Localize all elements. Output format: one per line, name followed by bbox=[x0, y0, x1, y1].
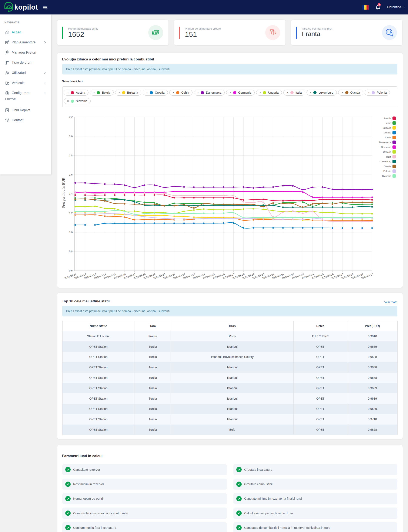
svg-text:Pret per litru in EUR: Pret per litru in EUR bbox=[61, 178, 66, 208]
svg-text:Cehia: Cehia bbox=[385, 136, 391, 139]
svg-text:Belgia: Belgia bbox=[385, 122, 391, 124]
svg-text:Slovenia: Slovenia bbox=[382, 175, 391, 177]
svg-text:Olanda: Olanda bbox=[384, 165, 391, 168]
svg-text:Bulgaria: Bulgaria bbox=[383, 127, 391, 129]
svg-text:Italia: Italia bbox=[386, 155, 391, 158]
svg-text:Ungaria: Ungaria bbox=[383, 151, 391, 153]
svg-text:2.0: 2.0 bbox=[69, 135, 73, 138]
svg-text:1.8: 1.8 bbox=[69, 154, 73, 157]
svg-text:Germania: Germania bbox=[381, 146, 391, 148]
svg-text:0.6: 0.6 bbox=[69, 269, 73, 272]
svg-text:Austria: Austria bbox=[384, 117, 391, 120]
svg-text:Luxemburg: Luxemburg bbox=[380, 160, 391, 163]
svg-text:Croatia: Croatia bbox=[384, 131, 391, 134]
svg-text:0.8: 0.8 bbox=[69, 250, 73, 253]
svg-text:1.0: 1.0 bbox=[69, 231, 73, 234]
svg-text:Danemarca: Danemarca bbox=[379, 141, 391, 144]
svg-text:1.4: 1.4 bbox=[69, 192, 73, 195]
svg-text:Polonia: Polonia bbox=[383, 170, 391, 172]
svg-text:2.2: 2.2 bbox=[69, 116, 73, 119]
svg-text:1.2: 1.2 bbox=[69, 212, 73, 215]
svg-text:1.6: 1.6 bbox=[69, 173, 73, 176]
svg-text:€: € bbox=[7, 51, 8, 53]
